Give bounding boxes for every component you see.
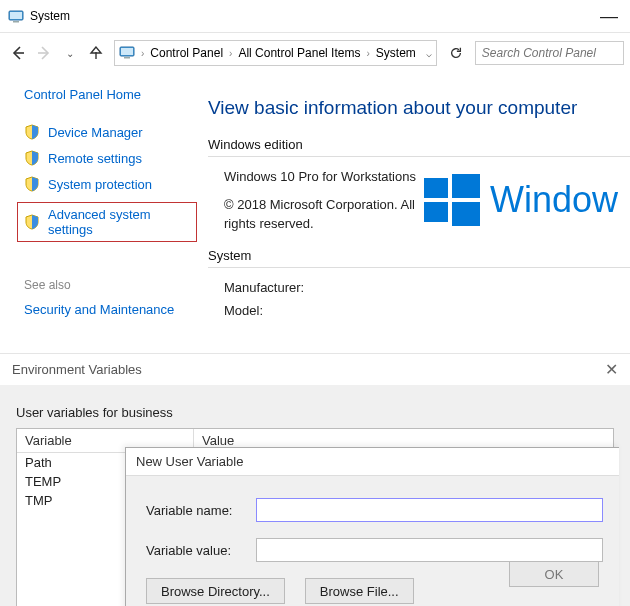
shield-icon <box>24 124 40 140</box>
edition-text: Windows 10 Pro for Workstations © 2018 M… <box>208 167 424 234</box>
svg-rect-1 <box>10 12 22 19</box>
variable-name-input[interactable] <box>256 498 603 522</box>
env-vars-header: Environment Variables ✕ <box>0 353 630 385</box>
breadcrumb-seg[interactable]: All Control Panel Items <box>238 46 360 60</box>
env-vars-body: User variables for business Variable Val… <box>0 385 630 606</box>
svg-rect-8 <box>124 57 130 59</box>
system-section-title: System <box>208 248 630 268</box>
shield-icon <box>24 214 40 230</box>
chevron-right-icon[interactable]: › <box>141 48 144 59</box>
svg-rect-12 <box>452 202 480 226</box>
sidebar-item-label: Device Manager <box>48 125 143 140</box>
sidebar-item-remote-settings[interactable]: Remote settings <box>24 150 190 166</box>
search-box[interactable] <box>475 41 624 65</box>
variable-name-label: Variable name: <box>146 503 256 518</box>
edition-section-title: Windows edition <box>208 137 630 157</box>
chevron-right-icon[interactable]: › <box>366 48 369 59</box>
sidebar-item-security-maintenance[interactable]: Security and Maintenance <box>24 302 190 317</box>
sidebar-item-advanced-system-settings[interactable]: Advanced system settings <box>17 202 197 242</box>
back-button[interactable] <box>6 41 30 65</box>
sidebar-item-label: Security and Maintenance <box>24 302 174 317</box>
manufacturer-label: Manufacturer: <box>224 276 630 299</box>
address-dropdown[interactable]: ⌵ <box>426 48 432 59</box>
forward-button[interactable] <box>32 41 56 65</box>
shield-icon <box>24 150 40 166</box>
edition-name: Windows 10 Pro for Workstations <box>224 167 424 187</box>
window-title: System <box>30 9 70 23</box>
sidebar: Control Panel Home Device Manager Remote… <box>0 73 200 353</box>
close-icon[interactable]: ✕ <box>605 360 618 379</box>
control-panel-home-link[interactable]: Control Panel Home <box>24 87 190 102</box>
sidebar-item-label: Remote settings <box>48 151 142 166</box>
system-icon <box>8 8 24 24</box>
refresh-button[interactable] <box>445 42 467 64</box>
minimize-button[interactable]: — <box>600 11 622 21</box>
chevron-right-icon[interactable]: › <box>229 48 232 59</box>
variable-value-input[interactable] <box>256 538 603 562</box>
browse-directory-button[interactable]: Browse Directory... <box>146 578 285 604</box>
sidebar-item-device-manager[interactable]: Device Manager <box>24 124 190 140</box>
system-info: Manufacturer: Model: <box>208 276 630 323</box>
toolbar: ⌄ › Control Panel › All Control Panel It… <box>0 33 630 73</box>
new-user-variable-dialog: New User Variable Variable name: Variabl… <box>125 447 619 606</box>
sidebar-item-system-protection[interactable]: System protection <box>24 176 190 192</box>
windows-logo-text: Window <box>490 179 618 221</box>
model-label: Model: <box>224 299 630 322</box>
title-bar: System — <box>0 0 630 33</box>
breadcrumb-seg[interactable]: System <box>376 46 416 60</box>
sidebar-item-label: Advanced system settings <box>48 207 190 237</box>
env-vars-title: Environment Variables <box>12 362 142 377</box>
recent-dropdown[interactable]: ⌄ <box>58 41 82 65</box>
see-also-label: See also <box>24 278 190 292</box>
breadcrumb-seg[interactable]: Control Panel <box>150 46 223 60</box>
user-vars-label: User variables for business <box>16 405 614 420</box>
monitor-icon <box>119 44 135 63</box>
svg-rect-2 <box>13 21 19 23</box>
browse-file-button[interactable]: Browse File... <box>305 578 414 604</box>
svg-rect-11 <box>424 202 448 222</box>
copyright-text: © 2018 Microsoft Corporation. All rights… <box>224 195 424 234</box>
search-input[interactable] <box>475 41 624 65</box>
svg-rect-9 <box>424 178 448 198</box>
up-button[interactable] <box>84 41 108 65</box>
user-vars-table: Variable Value Path TEMP TMP New User Va… <box>16 428 614 606</box>
content-area: Control Panel Home Device Manager Remote… <box>0 73 630 353</box>
svg-rect-7 <box>121 48 133 55</box>
variable-value-label: Variable value: <box>146 543 256 558</box>
windows-logo: Window <box>424 167 630 234</box>
svg-rect-10 <box>452 174 480 198</box>
page-heading: View basic information about your comput… <box>208 97 630 119</box>
address-bar[interactable]: › Control Panel › All Control Panel Item… <box>114 40 437 66</box>
dialog-title: New User Variable <box>126 448 619 476</box>
sidebar-item-label: System protection <box>48 177 152 192</box>
main-panel: View basic information about your comput… <box>200 73 630 353</box>
ok-button[interactable]: OK <box>509 561 599 587</box>
shield-icon <box>24 176 40 192</box>
